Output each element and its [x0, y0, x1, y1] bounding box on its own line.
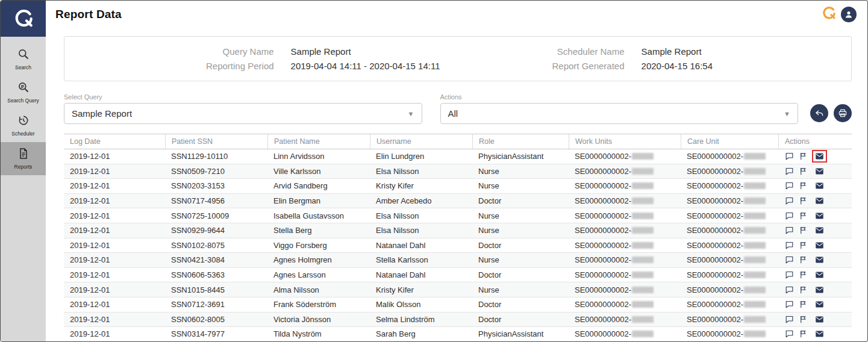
redacted-value — [632, 331, 654, 337]
cell-log-date: 2019-12-01 — [64, 238, 165, 253]
mail-action-button[interactable] — [814, 152, 825, 161]
redacted-value — [744, 227, 766, 234]
comment-action-button[interactable] — [784, 241, 795, 250]
flag-action-button[interactable] — [798, 211, 808, 220]
reporting-period-value: 2019-04-04 14:11 - 2020-04-15 14:11 — [291, 59, 440, 73]
select-query-dropdown[interactable]: Sample Report ▼ — [64, 103, 422, 124]
comment-action-button[interactable] — [784, 315, 795, 324]
work-unit-prefix: SE0000000002- — [575, 285, 631, 294]
cell-actions — [778, 149, 852, 164]
brand-logo-icon — [13, 8, 34, 29]
comment-action-button[interactable] — [784, 300, 795, 309]
mail-action-button[interactable] — [814, 226, 825, 235]
mail-action-button[interactable] — [814, 300, 825, 309]
cell-patient-ssn: SSN0929-9644 — [165, 223, 267, 238]
cell-patient-ssn: SSN1015-8445 — [165, 282, 267, 297]
flag-action-button[interactable] — [798, 181, 808, 190]
app-logo[interactable] — [1, 1, 46, 37]
flag-icon — [798, 152, 808, 161]
mail-action-button[interactable] — [814, 211, 825, 220]
comment-icon — [784, 167, 795, 176]
cell-log-date: 2019-12-01 — [64, 268, 165, 282]
mail-action-button[interactable] — [814, 255, 825, 264]
cell-patient-name: Elin Bergman — [267, 194, 370, 208]
work-unit-prefix: SE0000000002- — [575, 167, 631, 176]
work-unit-prefix: SE0000000002- — [575, 315, 631, 324]
table-row: 2019-12-01 SSN0725-10009 Isabella Gustav… — [64, 208, 852, 223]
redacted-value — [744, 168, 766, 175]
cell-username: Elsa Nilsson — [370, 164, 472, 179]
comment-action-button[interactable] — [784, 196, 795, 205]
comment-icon — [784, 315, 795, 324]
cell-care-unit: SE0000000002- — [681, 164, 778, 179]
flag-action-button[interactable] — [798, 300, 808, 309]
cell-care-unit: SE0000000002- — [681, 223, 778, 238]
mail-action-button[interactable] — [814, 329, 825, 338]
cell-role: Doctor — [472, 297, 569, 312]
comment-action-button[interactable] — [784, 167, 795, 176]
mail-action-button[interactable] — [814, 167, 825, 176]
mail-action-button[interactable] — [814, 196, 825, 205]
flag-action-button[interactable] — [798, 167, 808, 176]
cell-care-unit: SE0000000002- — [681, 208, 778, 223]
flag-action-button[interactable] — [798, 196, 808, 205]
brand-swoosh-icon — [822, 6, 836, 23]
comment-action-button[interactable] — [784, 226, 795, 235]
cell-username: Malik Olsson — [370, 297, 472, 312]
mail-action-button[interactable] — [814, 241, 825, 250]
cell-work-units: SE0000000002- — [569, 297, 681, 312]
cell-patient-name: Stella Berg — [267, 223, 370, 238]
flag-action-button[interactable] — [798, 226, 808, 235]
mail-action — [812, 165, 827, 178]
mail-action-button[interactable] — [814, 285, 825, 294]
comment-action-button[interactable] — [784, 285, 795, 294]
export-back-button[interactable] — [810, 104, 828, 122]
flag-action-button[interactable] — [798, 315, 808, 324]
sidebar-item-search[interactable]: Search — [1, 43, 46, 76]
flag-action-button[interactable] — [798, 255, 808, 264]
cell-username: Stella Karlsson — [370, 253, 472, 267]
comment-action-button[interactable] — [784, 181, 795, 190]
work-unit-prefix: SE0000000002- — [575, 270, 631, 279]
flag-action-button[interactable] — [798, 152, 808, 161]
sidebar-item-reports[interactable]: Reports — [1, 142, 46, 175]
table-row: 2019-12-01 SSN0421-3084 Agnes Holmgren S… — [64, 253, 852, 268]
flag-action-button[interactable] — [798, 270, 808, 279]
cell-role: Doctor — [472, 312, 569, 327]
comment-action-button[interactable] — [784, 329, 795, 338]
scheduler-name-value: Sample Report — [642, 45, 713, 58]
mail-icon — [814, 300, 825, 309]
flag-action-button[interactable] — [798, 241, 808, 250]
sidebar-item-scheduler[interactable]: Scheduler — [1, 109, 46, 142]
redacted-value — [744, 272, 766, 278]
mail-action-button[interactable] — [814, 270, 825, 279]
cell-log-date: 2019-12-01 — [64, 327, 165, 341]
flag-action-button[interactable] — [798, 285, 808, 294]
comment-action-button[interactable] — [784, 255, 795, 264]
cell-care-unit: SE0000000002- — [681, 327, 778, 341]
account-button[interactable] — [841, 7, 857, 22]
sidebar-item-search-query[interactable]: Search Query — [1, 76, 46, 109]
mail-action-button[interactable] — [814, 181, 825, 190]
page-title: Report Data — [55, 8, 122, 21]
mail-icon — [814, 315, 825, 324]
flag-icon — [798, 167, 808, 176]
flag-action-button[interactable] — [798, 329, 808, 338]
comment-action-button[interactable] — [784, 152, 795, 161]
comment-icon — [784, 226, 795, 235]
cell-work-units: SE0000000002- — [569, 208, 681, 223]
cell-log-date: 2019-12-01 — [64, 179, 165, 193]
actions-dropdown[interactable]: All ▼ — [440, 103, 799, 124]
cell-patient-name: Agnes Holmgren — [267, 253, 370, 267]
cell-actions — [778, 194, 852, 208]
print-button[interactable] — [834, 104, 852, 122]
mail-icon — [814, 167, 825, 176]
cell-patient-ssn: SSN0314-7977 — [165, 327, 267, 341]
comment-action-button[interactable] — [784, 270, 795, 279]
flag-icon — [798, 241, 808, 250]
mail-action-button[interactable] — [814, 315, 825, 324]
flag-icon — [798, 255, 808, 264]
comment-action-button[interactable] — [784, 211, 795, 220]
flag-icon — [798, 329, 808, 338]
mail-action — [812, 328, 827, 340]
